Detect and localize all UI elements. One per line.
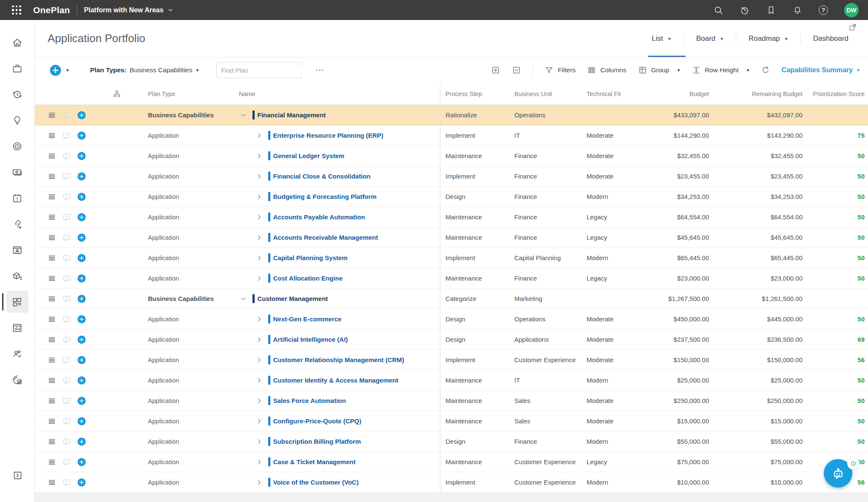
comment-icon[interactable] [62,151,72,161]
expand-chevron-icon[interactable] [255,315,264,324]
comment-icon[interactable] [62,294,72,304]
header-prioritization-score[interactable]: Prioritization Score [803,91,868,97]
add-child-icon[interactable] [77,130,87,141]
add-child-icon[interactable] [77,151,87,161]
search-icon[interactable] [713,5,723,15]
row-height-button[interactable]: Row Height ▾ [692,65,749,75]
drag-handle-icon[interactable] [47,396,57,406]
sidebar-item-target[interactable] [6,135,28,157]
expand-chevron-icon[interactable] [255,172,264,181]
drag-handle-icon[interactable] [47,253,57,263]
expand-chevron-icon[interactable] [255,233,264,242]
history-icon[interactable] [740,5,750,15]
comment-icon[interactable] [62,457,72,467]
sidebar-item-package-list[interactable] [6,265,28,287]
expand-chevron-icon[interactable] [255,478,264,487]
filters-button[interactable]: Filters [545,65,576,75]
sidebar-item-portfolio-grid[interactable] [6,291,28,313]
sidebar-item-insights-report[interactable] [6,369,28,391]
expand-chevron-icon[interactable] [255,151,264,161]
collapse-chevron-icon[interactable] [239,111,248,120]
drag-handle-icon[interactable] [47,375,57,386]
expand-chevron-icon[interactable] [255,335,264,344]
table-row[interactable]: ApplicationArtificial Intelligence (AI)D… [35,329,868,350]
drag-handle-icon[interactable] [47,130,57,141]
comment-icon[interactable] [62,477,72,488]
group-button[interactable]: Group ▾ [638,65,680,75]
add-child-icon[interactable] [77,335,87,345]
add-child-icon[interactable] [77,416,87,426]
sidebar-item-money[interactable] [6,161,28,183]
drag-handle-icon[interactable] [47,233,57,243]
comment-icon[interactable] [62,212,72,222]
drag-handle-icon[interactable] [47,457,57,467]
drag-handle-icon[interactable] [47,171,57,182]
table-row[interactable]: ApplicationAccounts Receivable Managemen… [35,227,868,248]
table-row[interactable]: ApplicationVoice of the Customer (VoC)Im… [35,472,868,493]
table-row[interactable]: ApplicationSales Force AutomationMainten… [35,391,868,411]
table-row[interactable]: ApplicationBudgeting & Forecasting Platf… [35,187,868,207]
notifications-icon[interactable] [792,5,803,15]
find-plan-input[interactable] [221,67,306,74]
add-child-icon[interactable] [77,477,87,488]
header-technical-fit[interactable]: Technical Fit [587,91,638,97]
tab-caret-icon[interactable]: ▾ [668,36,671,42]
expand-chevron-icon[interactable] [255,192,264,201]
expand-chevron-icon[interactable] [255,457,264,467]
drag-handle-icon[interactable] [47,437,57,447]
add-child-icon[interactable] [77,294,87,304]
comment-icon[interactable] [62,335,72,345]
add-child-icon[interactable] [77,273,87,284]
sidebar-item-home[interactable] [6,31,28,54]
add-child-icon[interactable] [77,233,87,243]
help-icon[interactable]: ? [819,6,828,15]
comment-icon[interactable] [62,192,72,202]
comment-icon[interactable] [62,416,72,426]
drag-handle-icon[interactable] [47,335,57,345]
table-row[interactable]: ApplicationCapital Planning SystemImplem… [35,248,868,268]
drag-handle-icon[interactable] [47,151,57,161]
add-child-icon[interactable] [77,457,87,467]
table-row[interactable]: Business CapabilitiesCustomer Management… [35,289,868,309]
expand-all-button[interactable] [491,65,500,75]
drag-handle-icon[interactable] [47,314,57,324]
avatar[interactable]: DW [844,3,859,17]
comment-icon[interactable] [62,273,72,284]
table-row[interactable]: ApplicationCase & Ticket ManagementMaint… [35,452,868,472]
add-child-icon[interactable] [77,355,87,365]
sidebar-item-link-add[interactable] [6,213,28,235]
tab-caret-icon[interactable]: ▾ [785,36,788,42]
add-child-icon[interactable] [77,253,87,263]
add-child-icon[interactable] [77,375,87,386]
comment-icon[interactable] [62,437,72,447]
tab-caret-icon[interactable]: ▾ [720,36,723,42]
table-row[interactable]: ApplicationSubscription Billing Platform… [35,431,868,452]
comment-icon[interactable] [62,130,72,141]
horizontal-scrollbar[interactable] [35,493,868,502]
bookmark-icon[interactable] [766,5,776,15]
sidebar-item-calendar-alert[interactable] [6,187,28,209]
sidebar-item-chart-window[interactable] [6,317,28,339]
comment-icon[interactable] [62,314,72,324]
add-child-icon[interactable] [77,437,87,447]
expand-chevron-icon[interactable] [255,396,264,406]
expand-chevron-icon[interactable] [255,213,264,222]
assistant-power-badge[interactable] [847,457,859,470]
collapse-all-button[interactable] [512,65,521,75]
header-business-unit[interactable]: Business Unit [514,91,587,97]
add-child-icon[interactable] [77,171,87,182]
comment-icon[interactable] [62,355,72,365]
header-budget[interactable]: Budget [638,91,709,97]
drag-handle-icon[interactable] [47,110,57,120]
comment-icon[interactable] [62,396,72,406]
header-hierarchy[interactable] [99,89,148,99]
header-process-step[interactable]: Process Step [440,83,514,105]
plan-types-dropdown[interactable]: Plan Types: Business Capabilities ▾ [90,66,199,74]
table-row[interactable]: Business CapabilitiesFinancial Managemen… [35,105,868,125]
table-row[interactable]: ApplicationCustomer Identity & Access Ma… [35,370,868,391]
comment-icon[interactable] [62,233,72,243]
table-row[interactable]: ApplicationCustomer Relationship Managem… [35,350,868,370]
table-row[interactable]: ApplicationCost Allocation EngineMainten… [35,268,868,289]
expand-chevron-icon[interactable] [255,253,264,263]
tab-list[interactable]: List▾ [639,20,684,57]
